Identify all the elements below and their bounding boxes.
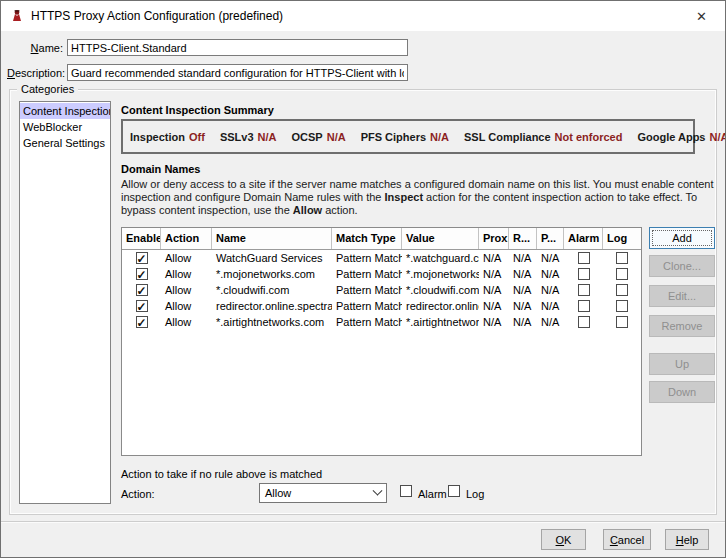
cell-action: Allow: [161, 314, 212, 330]
cell-match-type: Pattern Match: [332, 298, 402, 314]
cell-action: Allow: [161, 298, 212, 314]
table-action-button[interactable]: Down: [649, 381, 715, 403]
footer-separator: [1, 521, 726, 523]
enabled-checkbox[interactable]: [136, 252, 148, 264]
summary-bar: Inspection Off SSLv3 N/A OCSP N/A PFS Ci…: [121, 119, 695, 154]
description-segment: action.: [322, 204, 357, 216]
cell-action: Allow: [161, 250, 212, 266]
help-button[interactable]: Help: [665, 529, 709, 550]
description-label: Description:: [7, 67, 63, 79]
cell-proxy-action: N/A: [479, 282, 509, 298]
action-dropdown[interactable]: Allow: [259, 483, 387, 503]
cell-r: N/A: [509, 282, 537, 298]
cell-match-type: Pattern Match: [332, 282, 402, 298]
description-segment: Allow: [293, 204, 322, 216]
description-input[interactable]: [67, 64, 408, 81]
no-rule-log-checkbox[interactable]: [448, 485, 460, 497]
titlebar: HTTPS Proxy Action Configuration (predef…: [1, 1, 725, 31]
cell-proxy-action: N/A: [479, 298, 509, 314]
log-checkbox[interactable]: [616, 252, 628, 264]
categories-listbox[interactable]: Content InspectionWebBlockerGeneral Sett…: [19, 101, 111, 504]
summary-item-label: PFS Ciphers: [361, 131, 426, 143]
alarm-checkbox[interactable]: [578, 252, 590, 264]
https-proxy-action-dialog: HTTPS Proxy Action Configuration (predef…: [0, 0, 726, 558]
category-item[interactable]: Content Inspection: [20, 103, 110, 119]
table-header-cell: Prox...: [479, 228, 509, 249]
close-icon: ✕: [696, 9, 707, 24]
summary-item: Inspection Off: [130, 131, 205, 143]
table-action-button[interactable]: Edit...: [649, 285, 715, 307]
log-checkbox[interactable]: [616, 284, 628, 296]
cell-proxy-action: N/A: [479, 250, 509, 266]
summary-item-label: SSLv3: [220, 131, 254, 143]
summary-item-label: SSL Compliance: [464, 131, 551, 143]
cell-r: N/A: [509, 250, 537, 266]
category-item[interactable]: General Settings: [20, 135, 110, 151]
cell-match-type: Pattern Match: [332, 250, 402, 266]
table-action-button[interactable]: Clone...: [649, 255, 715, 277]
table-action-button[interactable]: Add: [649, 227, 715, 249]
table-row[interactable]: Allow *.cloudwifi.com Pattern Match *.cl…: [122, 282, 641, 298]
log-checkbox[interactable]: [616, 316, 628, 328]
log-checkbox[interactable]: [616, 300, 628, 312]
summary-item-value: N/A: [430, 131, 449, 143]
summary-item-value: N/A: [710, 131, 726, 143]
cell-p: N/A: [537, 314, 564, 330]
no-rule-alarm-label: Alarm: [418, 488, 447, 500]
name-input[interactable]: [67, 39, 408, 56]
table-header-cell: Name: [212, 228, 332, 249]
alarm-checkbox[interactable]: [578, 284, 590, 296]
alarm-checkbox[interactable]: [578, 316, 590, 328]
summary-item: Google Apps N/A: [637, 131, 726, 143]
cell-match-type: Pattern Match: [332, 266, 402, 282]
cell-proxy-action: N/A: [479, 266, 509, 282]
table-row[interactable]: Allow WatchGuard Services Pattern Match …: [122, 250, 641, 266]
ok-button[interactable]: OK: [541, 529, 586, 550]
alarm-checkbox[interactable]: [578, 268, 590, 280]
summary-item-value: N/A: [327, 131, 346, 143]
no-rule-caption: Action to take if no rule above is match…: [121, 468, 322, 480]
cell-name: *.cloudwifi.com: [212, 282, 332, 298]
summary-item-label: Inspection: [130, 131, 185, 143]
table-row[interactable]: Allow *.mojonetworks.com Pattern Match *…: [122, 266, 641, 282]
enabled-checkbox[interactable]: [136, 268, 148, 280]
cell-r: N/A: [509, 266, 537, 282]
cell-match-type: Pattern Match: [332, 314, 402, 330]
table-action-button[interactable]: Up: [649, 353, 715, 375]
domain-names-table: EnabledActionNameMatch TypeValueProx...R…: [121, 227, 642, 456]
alarm-checkbox[interactable]: [578, 300, 590, 312]
enabled-checkbox[interactable]: [136, 300, 148, 312]
enabled-checkbox[interactable]: [136, 316, 148, 328]
cell-name: redirector.online.spectragu...: [212, 298, 332, 314]
summary-item-value: N/A: [258, 131, 277, 143]
log-checkbox[interactable]: [616, 268, 628, 280]
description-segment: Inspect: [385, 191, 424, 203]
window-title: HTTPS Proxy Action Configuration (predef…: [31, 9, 283, 23]
no-rule-alarm-checkbox[interactable]: [400, 485, 412, 497]
table-row[interactable]: Allow redirector.online.spectragu... Pat…: [122, 298, 641, 314]
action-label: Action:: [121, 488, 155, 500]
cell-name: WatchGuard Services: [212, 250, 332, 266]
table-row[interactable]: Allow *.airtightnetworks.com Pattern Mat…: [122, 314, 641, 330]
domain-names-title: Domain Names: [121, 163, 200, 175]
summary-item-label: OCSP: [292, 131, 323, 143]
cancel-button[interactable]: Cancel: [603, 529, 651, 550]
table-action-button[interactable]: Remove: [649, 315, 715, 337]
cell-value: *.mojonetworks....: [402, 266, 479, 282]
table-header-cell: Log: [603, 228, 641, 249]
chevron-down-icon: [373, 485, 383, 495]
cell-p: N/A: [537, 266, 564, 282]
table-header-cell: Enabled: [122, 228, 161, 249]
cell-name: *.mojonetworks.com: [212, 266, 332, 282]
table-header-cell: R...: [509, 228, 537, 249]
close-button[interactable]: ✕: [679, 2, 724, 30]
category-item[interactable]: WebBlocker: [20, 119, 110, 135]
summary-items: Inspection Off SSLv3 N/A OCSP N/A PFS Ci…: [130, 131, 726, 143]
cell-p: N/A: [537, 298, 564, 314]
summary-item-label: Google Apps: [637, 131, 705, 143]
summary-item: OCSP N/A: [292, 131, 346, 143]
summary-item: SSL Compliance Not enforced: [464, 131, 622, 143]
table-body: Allow WatchGuard Services Pattern Match …: [122, 250, 641, 330]
enabled-checkbox[interactable]: [136, 284, 148, 296]
table-header-cell: Value: [402, 228, 479, 249]
